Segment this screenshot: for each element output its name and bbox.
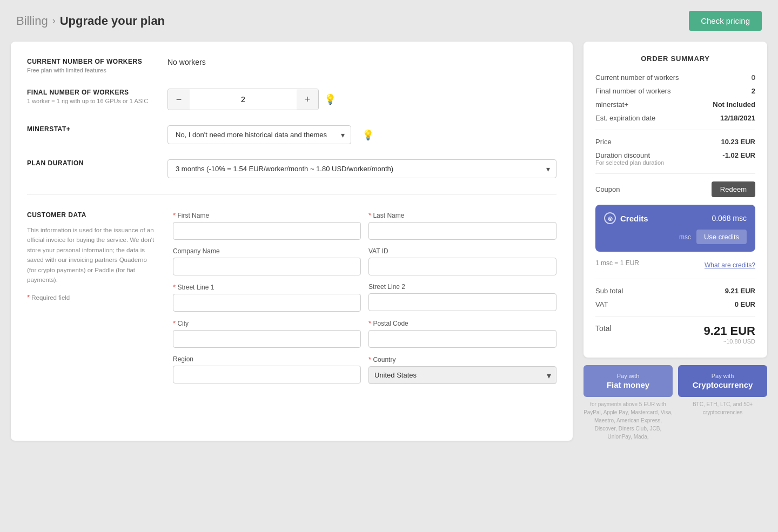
first-name-label: * First Name (173, 211, 361, 219)
total-label: Total (595, 324, 612, 333)
right-panel: ORDER SUMMARY Current number of workers … (584, 42, 767, 441)
plan-duration-select-wrapper: 3 months (-10% = 1.54 EUR/worker/month ~… (167, 159, 556, 178)
credits-box: ◎ Credits 0.068 msc msc Use credits (595, 205, 755, 252)
summary-divider-2 (595, 173, 755, 174)
minerstat-label-col: MINERSTAT+ (27, 125, 167, 134)
subtotal-label: Sub total (595, 287, 623, 295)
duration-discount-label-group: Duration discount For selected plan dura… (595, 151, 664, 166)
credits-bottom-row: msc Use credits (604, 230, 747, 244)
first-name-input[interactable] (173, 222, 361, 240)
current-workers-label-col: CURRENT NUMBER OF WORKERS Free plan with… (27, 58, 167, 73)
postal-code-input[interactable] (368, 330, 556, 348)
plan-duration-label-col: PLAN DURATION (27, 159, 167, 169)
first-name-star: * (173, 211, 176, 219)
fiat-payment-note: for payments above 5 EUR with PayPal, Ap… (584, 400, 673, 441)
country-star: * (368, 355, 371, 363)
region-input[interactable] (173, 366, 361, 383)
street-line2-field: Street Line 2 (368, 283, 556, 312)
final-workers-row: FINAL NUMBER OF WORKERS 1 worker = 1 rig… (27, 89, 556, 110)
final-workers-label: FINAL NUMBER OF WORKERS (27, 89, 167, 96)
worker-stepper: − + (167, 89, 319, 110)
street-line1-input[interactable] (173, 294, 361, 312)
region-field: Region (173, 355, 361, 384)
total-row: Total 9.21 EUR ~10.80 USD (595, 324, 755, 345)
region-label: Region (173, 355, 361, 363)
workers-hint-icon[interactable]: 💡 (324, 93, 336, 105)
check-pricing-button[interactable]: Check pricing (689, 11, 762, 31)
pay-fiat-button[interactable]: Pay with Fiat money (584, 365, 673, 397)
crypto-payment-note: BTC, ETH, LTC, and 50+ cryptocurrencies (678, 400, 767, 441)
credits-rate-row: 1 msc = 1 EUR What are credits? (595, 259, 755, 271)
total-value-group: 9.21 EUR ~10.80 USD (704, 324, 755, 345)
crypto-label: Cryptocurrency (693, 380, 753, 389)
vat-label: VAT (595, 300, 608, 308)
duration-discount-value: -1.02 EUR (722, 151, 755, 159)
city-input[interactable] (173, 330, 361, 348)
vat-id-field: VAT ID (368, 247, 556, 275)
breadcrumb: Billing › Upgrade your plan (16, 14, 165, 28)
city-field: * City (173, 319, 361, 348)
plan-section: CURRENT NUMBER OF WORKERS Free plan with… (27, 58, 556, 195)
stepper-increase-button[interactable]: + (297, 89, 318, 110)
breadcrumb-billing[interactable]: Billing (16, 14, 48, 28)
name-row: * First Name * Last Name (173, 211, 556, 240)
fiat-label: Fiat money (607, 380, 649, 389)
company-name-field: Company Name (173, 247, 361, 275)
credits-label: ◎ Credits (604, 212, 648, 224)
summary-row-expiration: Est. expiration date 12/18/2021 (595, 114, 755, 122)
summary-row-current-workers: Current number of workers 0 (595, 73, 755, 82)
street-line1-field: * Street Line 1 (173, 283, 361, 312)
payment-notes: for payments above 5 EUR with PayPal, Ap… (584, 400, 767, 441)
subtotal-value: 9.21 EUR (725, 287, 755, 295)
coupon-row: Coupon Redeem (595, 181, 755, 197)
last-name-label: * Last Name (368, 211, 556, 219)
subtotal-row: Sub total 9.21 EUR (595, 287, 755, 295)
current-workers-label: CURRENT NUMBER OF WORKERS (27, 58, 167, 65)
street-row: * Street Line 1 Street Line 2 (173, 283, 556, 312)
price-value: 10.23 EUR (721, 138, 755, 146)
current-workers-row: CURRENT NUMBER OF WORKERS Free plan with… (27, 58, 556, 73)
credits-value: 0.068 msc (712, 214, 747, 223)
current-workers-sublabel: Free plan with limited features (27, 67, 167, 73)
stepper-decrease-button[interactable]: − (168, 89, 190, 110)
street-line2-input[interactable] (368, 293, 556, 311)
last-name-input[interactable] (368, 222, 556, 240)
vat-row: VAT 0 EUR (595, 300, 755, 308)
final-workers-label-col: FINAL NUMBER OF WORKERS 1 worker = 1 rig… (27, 89, 167, 104)
pay-crypto-button[interactable]: Pay with Cryptocurrency (678, 365, 767, 397)
plan-duration-select[interactable]: 3 months (-10% = 1.54 EUR/worker/month ~… (167, 159, 556, 178)
vat-id-input[interactable] (368, 258, 556, 275)
street1-star: * (173, 283, 176, 291)
minerstat-label: MINERSTAT+ (27, 125, 167, 133)
coupon-label: Coupon (595, 185, 620, 193)
minerstat-select[interactable]: No, I don't need more historical data an… (167, 125, 351, 144)
required-note: * Required field (27, 293, 157, 301)
worker-count-input[interactable] (190, 89, 297, 110)
redeem-button[interactable]: Redeem (712, 181, 755, 197)
plan-duration-container: 3 months (-10% = 1.54 EUR/worker/month ~… (167, 159, 556, 178)
price-label: Price (595, 138, 612, 146)
customer-data-title: CUSTOMER DATA (27, 211, 157, 219)
region-country-row: Region * Country United States ▾ (173, 355, 556, 384)
crypto-sublabel: Pay with (712, 373, 734, 379)
first-name-field: * First Name (173, 211, 361, 240)
company-name-input[interactable] (173, 258, 361, 275)
required-star: * (27, 293, 30, 301)
customer-section: CUSTOMER DATA This information is used f… (27, 211, 556, 392)
current-workers-summary-label: Current number of workers (595, 73, 679, 82)
country-field: * Country United States ▾ (368, 355, 556, 384)
minerstat-summary-value: Not included (713, 100, 755, 109)
country-select-wrapper: United States ▾ (368, 366, 556, 384)
summary-divider-1 (595, 130, 755, 130)
final-workers-sublabel: 1 worker = 1 rig with up to 16 GPUs or 1… (27, 98, 167, 104)
final-workers-summary-label: Final number of workers (595, 87, 670, 95)
use-credits-button[interactable]: Use credits (696, 230, 747, 244)
minerstat-hint-icon[interactable]: 💡 (362, 129, 374, 141)
summary-divider-3 (595, 279, 755, 279)
country-select[interactable]: United States (368, 366, 556, 384)
credits-rate-text: 1 msc = 1 EUR (595, 259, 639, 267)
main-content: CURRENT NUMBER OF WORKERS Free plan with… (0, 42, 778, 452)
what-are-credits-link[interactable]: What are credits? (705, 261, 755, 269)
customer-data-info: This information is used for the issuanc… (27, 225, 157, 285)
top-bar: Billing › Upgrade your plan Check pricin… (0, 0, 778, 42)
